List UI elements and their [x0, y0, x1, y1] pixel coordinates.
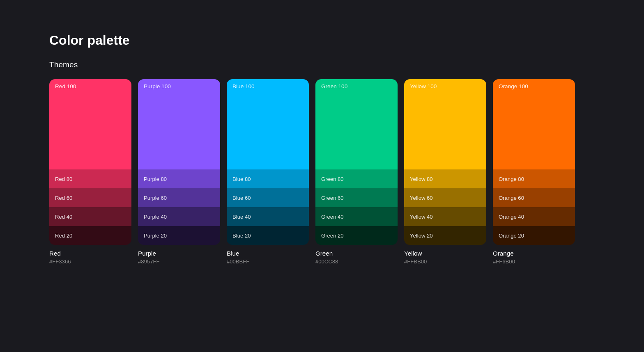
palette-name: Orange	[493, 250, 515, 257]
color-swatch-purple-60[interactable]: Purple 60	[138, 188, 220, 207]
color-swatch-green-20[interactable]: Green 20	[315, 226, 398, 245]
color-card-blue: Blue 100Blue 80Blue 60Blue 40Blue 20	[227, 79, 309, 245]
color-swatch-yellow-20[interactable]: Yellow 20	[404, 226, 486, 245]
palette-name: Purple	[138, 250, 159, 257]
color-swatch-red-20[interactable]: Red 20	[49, 226, 131, 245]
palette-hex: #FF6B00	[493, 258, 515, 265]
color-swatch-red-60[interactable]: Red 60	[49, 188, 131, 207]
color-card-yellow: Yellow 100Yellow 80Yellow 60Yellow 40Yel…	[404, 79, 486, 245]
palette-column-orange: Orange 100Orange 80Orange 60Orange 40Ora…	[493, 79, 575, 265]
color-swatch-purple-80[interactable]: Purple 80	[138, 169, 220, 188]
color-swatch-blue-60[interactable]: Blue 60	[227, 188, 309, 207]
palette-name: Yellow	[404, 250, 427, 257]
color-swatch-red-100[interactable]: Red 100	[49, 79, 131, 169]
color-swatch-orange-20[interactable]: Orange 20	[493, 226, 575, 245]
palette-column-green: Green 100Green 80Green 60Green 40Green 2…	[315, 79, 398, 265]
color-card-red: Red 100Red 80Red 60Red 40Red 20	[49, 79, 131, 245]
color-swatch-yellow-40[interactable]: Yellow 40	[404, 207, 486, 226]
color-swatch-blue-40[interactable]: Blue 40	[227, 207, 309, 226]
color-swatch-yellow-60[interactable]: Yellow 60	[404, 188, 486, 207]
color-swatch-blue-80[interactable]: Blue 80	[227, 169, 309, 188]
palette-hex: #FF3366	[49, 258, 71, 265]
color-card-orange: Orange 100Orange 80Orange 60Orange 40Ora…	[493, 79, 575, 245]
palette-column-yellow: Yellow 100Yellow 80Yellow 60Yellow 40Yel…	[404, 79, 486, 265]
color-swatch-yellow-80[interactable]: Yellow 80	[404, 169, 486, 188]
palette-hex: #8957FF	[138, 258, 159, 265]
palette-hex: #FFBB00	[404, 258, 427, 265]
color-swatch-red-80[interactable]: Red 80	[49, 169, 131, 188]
color-swatch-blue-20[interactable]: Blue 20	[227, 226, 309, 245]
color-swatch-purple-20[interactable]: Purple 20	[138, 226, 220, 245]
palette-grid: Red 100Red 80Red 60Red 40Red 20Red#FF336…	[49, 79, 595, 265]
section-title: Themes	[49, 60, 595, 69]
color-swatch-purple-100[interactable]: Purple 100	[138, 79, 220, 169]
color-swatch-orange-100[interactable]: Orange 100	[493, 79, 575, 169]
color-card-green: Green 100Green 80Green 60Green 40Green 2…	[315, 79, 398, 245]
palette-hex: #00BBFF	[227, 258, 249, 265]
color-swatch-blue-100[interactable]: Blue 100	[227, 79, 309, 169]
page-title: Color palette	[49, 33, 595, 48]
palette-hex: #00CC88	[315, 258, 338, 265]
color-swatch-purple-40[interactable]: Purple 40	[138, 207, 220, 226]
color-swatch-green-60[interactable]: Green 60	[315, 188, 398, 207]
palette-name: Red	[49, 250, 71, 257]
color-swatch-green-100[interactable]: Green 100	[315, 79, 398, 169]
color-swatch-green-40[interactable]: Green 40	[315, 207, 398, 226]
palette-column-blue: Blue 100Blue 80Blue 60Blue 40Blue 20Blue…	[227, 79, 309, 265]
color-swatch-orange-40[interactable]: Orange 40	[493, 207, 575, 226]
palette-column-red: Red 100Red 80Red 60Red 40Red 20Red#FF336…	[49, 79, 131, 265]
color-swatch-red-40[interactable]: Red 40	[49, 207, 131, 226]
palette-name: Blue	[227, 250, 249, 257]
color-swatch-green-80[interactable]: Green 80	[315, 169, 398, 188]
color-swatch-orange-80[interactable]: Orange 80	[493, 169, 575, 188]
color-swatch-orange-60[interactable]: Orange 60	[493, 188, 575, 207]
palette-column-purple: Purple 100Purple 80Purple 60Purple 40Pur…	[138, 79, 220, 265]
color-card-purple: Purple 100Purple 80Purple 60Purple 40Pur…	[138, 79, 220, 245]
palette-name: Green	[315, 250, 338, 257]
color-swatch-yellow-100[interactable]: Yellow 100	[404, 79, 486, 169]
